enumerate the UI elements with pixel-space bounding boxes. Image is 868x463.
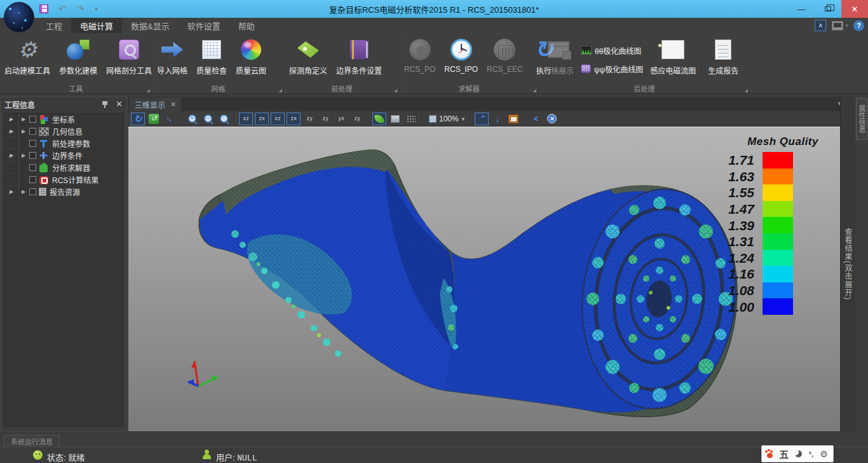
menu-tab-project[interactable]: 工程 — [37, 18, 71, 33]
rcs-eec-button[interactable]: RCS_EEC — [482, 35, 527, 84]
pan-view-button[interactable]: ↔ — [163, 113, 177, 125]
display-style-button[interactable]: ▾ — [832, 21, 848, 31]
mirror-button[interactable]: < — [529, 113, 543, 125]
rcs-ipo-button[interactable]: RCS_IPO — [440, 35, 482, 84]
dialog-launcher-icon[interactable] — [745, 89, 748, 92]
dialog-launcher-icon[interactable] — [394, 89, 397, 92]
tree-checkbox[interactable] — [29, 116, 36, 123]
group-label-preprocess: 前处理 — [285, 83, 399, 93]
induced-current-map-button[interactable]: 感应电磁流图 — [646, 35, 700, 84]
menu-tab-em-computation[interactable]: 电磁计算 — [71, 18, 122, 33]
app-logo[interactable] — [4, 2, 34, 32]
legend-entry: 1.39 — [715, 217, 826, 233]
tree-checkbox[interactable] — [29, 188, 36, 195]
generate-report-button[interactable]: 生成报告 — [703, 35, 743, 84]
ime-fullwidth-moon-icon[interactable] — [795, 450, 802, 457]
tree-checkbox[interactable] — [29, 128, 36, 135]
display-icon — [832, 21, 843, 31]
view-orientation-button[interactable]: zy — [302, 113, 316, 125]
view-orientation-button[interactable]: zx — [287, 113, 301, 125]
help-icon[interactable]: ? — [853, 20, 864, 31]
tree-item-preprocess-params[interactable]: 前处理参数 — [4, 137, 123, 149]
zoom-out-button[interactable]: − — [201, 113, 215, 125]
menu-tab-data-display[interactable]: 数据&显示 — [122, 18, 179, 33]
dialog-launcher-icon[interactable] — [147, 89, 150, 92]
boundary-condition-button[interactable]: 边界条件设置 — [332, 35, 386, 84]
tree-checkbox[interactable] — [29, 176, 36, 183]
properties-collapsed-tab[interactable]: 属性信息 — [856, 98, 867, 140]
tree-item-boundary-conditions[interactable]: ▶ ▶ 边界条件 — [4, 149, 123, 162]
menu-tab-settings[interactable]: 软件设置 — [179, 18, 229, 33]
ime-logo-paw-icon[interactable] — [767, 453, 773, 458]
import-mesh-button[interactable]: 导入网格 — [153, 35, 192, 84]
grid-icon — [202, 40, 221, 59]
dialog-launcher-icon[interactable] — [279, 89, 282, 92]
legend-entry: 1.00 — [715, 298, 826, 315]
ime-settings-gear-icon[interactable]: ⚙ — [820, 449, 828, 459]
tree-checkbox[interactable] — [29, 152, 36, 159]
expand-arrow-icon[interactable]: ▶ — [9, 128, 13, 134]
results-collapsed-panel[interactable]: 查看结果(双击展开) — [840, 97, 855, 431]
3d-viewport-canvas[interactable]: Mesh Quality 1.71 1.63 1.55 1.47 1.39 1.… — [128, 127, 840, 431]
rcs-po-button[interactable]: RCS_PO — [400, 35, 440, 84]
ime-language-toggle[interactable]: 五 — [779, 447, 789, 460]
expand-arrow-icon[interactable]: ▶ — [19, 189, 28, 195]
parametric-modeling-button[interactable]: 参数化建模 — [55, 35, 102, 84]
quality-check-button[interactable]: 质量检查 — [192, 35, 231, 84]
zoom-level-select[interactable]: 100% ▾ — [426, 113, 466, 125]
tree-item-geometry-info[interactable]: ▶ ▶ 几何信息 — [4, 125, 123, 137]
orbit-view-button[interactable]: ↺ — [147, 113, 161, 125]
zoom-square-icon — [429, 115, 437, 123]
shaded-display-button[interactable] — [372, 113, 386, 125]
menu-tab-help[interactable]: 帮助 — [229, 18, 264, 33]
wireframe-display-button[interactable] — [388, 113, 402, 125]
pin-icon[interactable] — [102, 100, 108, 108]
table-display-button[interactable]: 表格展示 — [539, 35, 578, 84]
expand-arrow-icon[interactable]: ▶ — [19, 116, 28, 122]
expand-arrow-icon[interactable]: ▶ — [9, 153, 13, 158]
expand-arrow-icon[interactable]: ▶ — [9, 116, 13, 122]
mesh-partition-tool-button[interactable]: 网格剖分工具 — [102, 35, 156, 84]
dialog-launcher-icon[interactable] — [533, 89, 536, 92]
psi-polarization-curve-button[interactable]: ψψ极化曲线图 — [578, 60, 646, 77]
view-orientation-button[interactable]: zy — [318, 113, 332, 125]
zoom-in-button[interactable]: + — [185, 113, 199, 125]
view-orientation-button[interactable]: xz — [239, 113, 253, 125]
expand-arrow-icon[interactable]: ▶ — [9, 189, 13, 195]
expand-arrow-icon[interactable]: ▶ — [19, 153, 28, 158]
tree-item-report-resources[interactable]: ▶ ▶ 报告资源 — [4, 186, 123, 198]
clear-view-button[interactable]: ✕ — [545, 113, 559, 125]
arrow-down-button[interactable]: ↓ — [491, 113, 505, 125]
minimize-button[interactable]: — — [788, 0, 815, 18]
tab-3d-display[interactable]: 三维显示 ✕ — [130, 97, 181, 111]
restore-button[interactable] — [815, 0, 841, 18]
collapse-ribbon-icon[interactable]: ∧ — [815, 20, 826, 31]
view-orientation-button[interactable]: zy — [350, 113, 364, 125]
tree-checkbox[interactable] — [29, 140, 36, 147]
points-display-button[interactable] — [404, 113, 418, 125]
system-messages-tab[interactable]: 系统运行消息 — [4, 435, 60, 446]
panel-close-icon[interactable]: ✕ — [116, 100, 123, 108]
tree-item-coordinate-system[interactable]: ▶ ▶ 坐标系 — [4, 113, 123, 125]
tab-close-icon[interactable]: ✕ — [170, 100, 176, 109]
close-button[interactable]: ✕ — [841, 0, 868, 18]
rotate-view-button[interactable]: ↻ — [131, 113, 145, 125]
theta-polarization-curve-button[interactable]: θθ极化曲线图 — [578, 42, 646, 59]
view-orientation-button[interactable]: zx — [255, 113, 269, 125]
probe-angle-button[interactable]: 探测角定义 — [285, 35, 332, 84]
tree-item-rcs-results[interactable]: RCS计算结果 — [4, 174, 123, 186]
launch-modeling-tool-button[interactable]: ⚙ 启动建模工具 — [0, 35, 55, 84]
zoom-fit-button[interactable]: ▫ — [217, 113, 231, 125]
expand-arrow-icon[interactable]: ▶ — [19, 128, 28, 134]
legend-title: Mesh Quality — [715, 135, 826, 148]
view-orientation-button[interactable]: xz — [271, 113, 285, 125]
flip-view-button[interactable]: ⌃ — [475, 113, 489, 125]
quality-contour-button[interactable]: 质量云图 — [231, 35, 271, 84]
export-image-button[interactable] — [506, 113, 520, 125]
tree-item-analysis-solver[interactable]: 分析求解器 — [4, 162, 123, 174]
report-pages-icon — [715, 39, 731, 60]
book-icon — [350, 40, 368, 59]
tree-checkbox[interactable] — [29, 164, 36, 171]
ime-punctuation-toggle[interactable]: °, — [809, 450, 813, 458]
view-orientation-button[interactable]: yx — [334, 113, 348, 125]
